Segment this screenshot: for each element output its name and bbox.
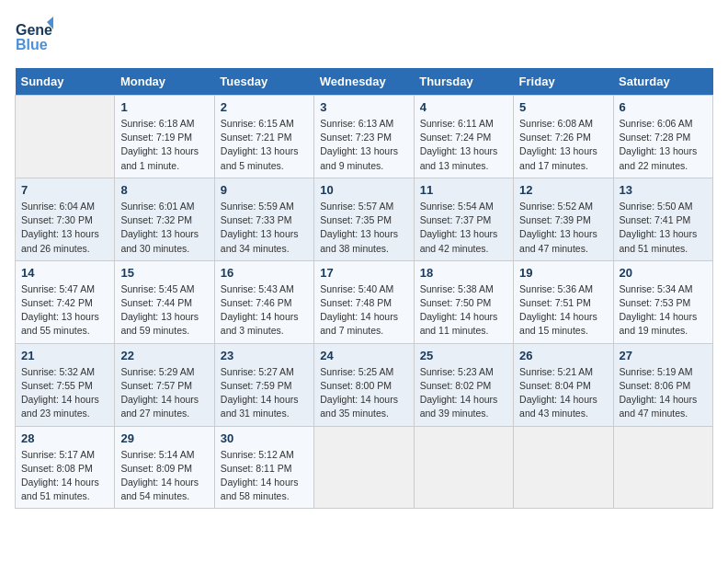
calendar-cell <box>414 426 513 509</box>
svg-text:General: General <box>16 22 53 38</box>
day-number: 26 <box>519 349 607 362</box>
header-day-sunday: Sunday <box>16 68 115 96</box>
day-number: 30 <box>221 431 308 445</box>
day-number: 14 <box>21 266 108 280</box>
day-number: 17 <box>320 266 407 280</box>
day-number: 12 <box>519 183 607 197</box>
day-info: Sunrise: 5:29 AMSunset: 7:57 PMDaylight:… <box>120 365 208 421</box>
calendar-cell: 24Sunrise: 5:25 AMSunset: 8:00 PMDayligh… <box>314 343 414 426</box>
logo-icon: General Blue <box>15 15 53 53</box>
day-info: Sunrise: 5:50 AMSunset: 7:41 PMDaylight:… <box>620 200 707 256</box>
calendar-cell: 8Sunrise: 6:01 AMSunset: 7:32 PMDaylight… <box>115 178 214 260</box>
calendar-cell: 14Sunrise: 5:47 AMSunset: 7:42 PMDayligh… <box>16 260 115 343</box>
calendar-cell: 6Sunrise: 6:06 AMSunset: 7:28 PMDaylight… <box>613 96 712 178</box>
day-number: 23 <box>221 349 308 362</box>
day-info: Sunrise: 5:32 AMSunset: 7:55 PMDaylight:… <box>21 365 108 421</box>
day-info: Sunrise: 6:11 AMSunset: 7:24 PMDaylight:… <box>420 117 507 173</box>
day-number: 21 <box>21 349 108 362</box>
day-info: Sunrise: 5:43 AMSunset: 7:46 PMDaylight:… <box>221 282 308 339</box>
logo: General Blue <box>15 15 53 57</box>
day-number: 15 <box>120 266 208 280</box>
day-number: 7 <box>21 183 108 197</box>
calendar-cell: 18Sunrise: 5:38 AMSunset: 7:50 PMDayligh… <box>414 260 513 343</box>
calendar-cell: 28Sunrise: 5:17 AMSunset: 8:08 PMDayligh… <box>16 426 115 509</box>
calendar-table: SundayMondayTuesdayWednesdayThursdayFrid… <box>15 68 713 509</box>
calendar-cell: 19Sunrise: 5:36 AMSunset: 7:51 PMDayligh… <box>514 260 613 343</box>
day-number: 20 <box>620 266 707 280</box>
header-day-saturday: Saturday <box>613 68 712 96</box>
day-number: 27 <box>620 349 707 362</box>
calendar-week-row: 28Sunrise: 5:17 AMSunset: 8:08 PMDayligh… <box>16 426 713 509</box>
day-info: Sunrise: 5:40 AMSunset: 7:48 PMDaylight:… <box>320 282 407 339</box>
calendar-cell: 9Sunrise: 5:59 AMSunset: 7:33 PMDaylight… <box>214 178 313 260</box>
day-number: 3 <box>320 100 407 114</box>
calendar-cell: 13Sunrise: 5:50 AMSunset: 7:41 PMDayligh… <box>613 178 712 260</box>
day-number: 29 <box>120 431 208 445</box>
day-number: 16 <box>221 266 308 280</box>
day-number: 22 <box>120 349 208 362</box>
day-info: Sunrise: 5:14 AMSunset: 8:09 PMDaylight:… <box>120 448 208 504</box>
calendar-cell: 22Sunrise: 5:29 AMSunset: 7:57 PMDayligh… <box>115 343 214 426</box>
svg-text:Blue: Blue <box>16 37 48 52</box>
calendar-cell <box>314 426 414 509</box>
calendar-cell: 17Sunrise: 5:40 AMSunset: 7:48 PMDayligh… <box>314 260 414 343</box>
day-info: Sunrise: 5:54 AMSunset: 7:37 PMDaylight:… <box>420 200 507 256</box>
calendar-cell: 5Sunrise: 6:08 AMSunset: 7:26 PMDaylight… <box>514 96 613 178</box>
day-info: Sunrise: 5:52 AMSunset: 7:39 PMDaylight:… <box>519 200 607 256</box>
calendar-cell: 23Sunrise: 5:27 AMSunset: 7:59 PMDayligh… <box>214 343 313 426</box>
day-info: Sunrise: 6:06 AMSunset: 7:28 PMDaylight:… <box>620 117 707 173</box>
day-info: Sunrise: 5:47 AMSunset: 7:42 PMDaylight:… <box>21 282 108 339</box>
day-number: 8 <box>120 183 208 197</box>
day-info: Sunrise: 5:59 AMSunset: 7:33 PMDaylight:… <box>221 200 308 256</box>
day-number: 11 <box>420 183 507 197</box>
calendar-week-row: 14Sunrise: 5:47 AMSunset: 7:42 PMDayligh… <box>16 260 713 343</box>
day-info: Sunrise: 5:23 AMSunset: 8:02 PMDaylight:… <box>420 365 507 421</box>
header-day-thursday: Thursday <box>414 68 513 96</box>
day-number: 25 <box>420 349 507 362</box>
calendar-cell: 1Sunrise: 6:18 AMSunset: 7:19 PMDaylight… <box>115 96 214 178</box>
calendar-cell: 26Sunrise: 5:21 AMSunset: 8:04 PMDayligh… <box>514 343 613 426</box>
day-number: 1 <box>120 100 208 114</box>
calendar-cell <box>16 96 115 178</box>
calendar-cell: 16Sunrise: 5:43 AMSunset: 7:46 PMDayligh… <box>214 260 313 343</box>
day-info: Sunrise: 5:19 AMSunset: 8:06 PMDaylight:… <box>620 365 707 421</box>
calendar-cell: 2Sunrise: 6:15 AMSunset: 7:21 PMDaylight… <box>214 96 313 178</box>
day-info: Sunrise: 5:57 AMSunset: 7:35 PMDaylight:… <box>320 200 407 256</box>
calendar-cell <box>514 426 613 509</box>
calendar-cell: 3Sunrise: 6:13 AMSunset: 7:23 PMDaylight… <box>314 96 414 178</box>
calendar-cell: 30Sunrise: 5:12 AMSunset: 8:11 PMDayligh… <box>214 426 313 509</box>
calendar-cell: 4Sunrise: 6:11 AMSunset: 7:24 PMDaylight… <box>414 96 513 178</box>
day-number: 2 <box>221 100 308 114</box>
calendar-cell: 10Sunrise: 5:57 AMSunset: 7:35 PMDayligh… <box>314 178 414 260</box>
calendar-cell: 27Sunrise: 5:19 AMSunset: 8:06 PMDayligh… <box>613 343 712 426</box>
calendar-week-row: 7Sunrise: 6:04 AMSunset: 7:30 PMDaylight… <box>16 178 713 260</box>
calendar-cell: 11Sunrise: 5:54 AMSunset: 7:37 PMDayligh… <box>414 178 513 260</box>
day-info: Sunrise: 6:15 AMSunset: 7:21 PMDaylight:… <box>221 117 308 173</box>
day-number: 28 <box>21 431 108 445</box>
day-info: Sunrise: 5:27 AMSunset: 7:59 PMDaylight:… <box>221 365 308 421</box>
day-number: 10 <box>320 183 407 197</box>
header-day-friday: Friday <box>514 68 613 96</box>
calendar-cell: 12Sunrise: 5:52 AMSunset: 7:39 PMDayligh… <box>514 178 613 260</box>
header-day-wednesday: Wednesday <box>314 68 414 96</box>
day-info: Sunrise: 5:21 AMSunset: 8:04 PMDaylight:… <box>519 365 607 421</box>
day-number: 24 <box>320 349 407 362</box>
calendar-header-row: SundayMondayTuesdayWednesdayThursdayFrid… <box>16 68 713 96</box>
day-number: 13 <box>620 183 707 197</box>
day-number: 9 <box>221 183 308 197</box>
day-number: 6 <box>620 100 707 114</box>
day-info: Sunrise: 6:01 AMSunset: 7:32 PMDaylight:… <box>120 200 208 256</box>
day-info: Sunrise: 5:12 AMSunset: 8:11 PMDaylight:… <box>221 448 308 504</box>
day-info: Sunrise: 5:36 AMSunset: 7:51 PMDaylight:… <box>519 282 607 339</box>
header-day-tuesday: Tuesday <box>214 68 313 96</box>
day-info: Sunrise: 6:04 AMSunset: 7:30 PMDaylight:… <box>21 200 108 256</box>
calendar-cell: 29Sunrise: 5:14 AMSunset: 8:09 PMDayligh… <box>115 426 214 509</box>
header-day-monday: Monday <box>115 68 214 96</box>
page-header: General Blue <box>15 15 713 57</box>
day-info: Sunrise: 5:45 AMSunset: 7:44 PMDaylight:… <box>120 282 208 339</box>
calendar-cell <box>613 426 712 509</box>
calendar-week-row: 21Sunrise: 5:32 AMSunset: 7:55 PMDayligh… <box>16 343 713 426</box>
day-number: 4 <box>420 100 507 114</box>
day-info: Sunrise: 6:13 AMSunset: 7:23 PMDaylight:… <box>320 117 407 173</box>
day-number: 19 <box>519 266 607 280</box>
